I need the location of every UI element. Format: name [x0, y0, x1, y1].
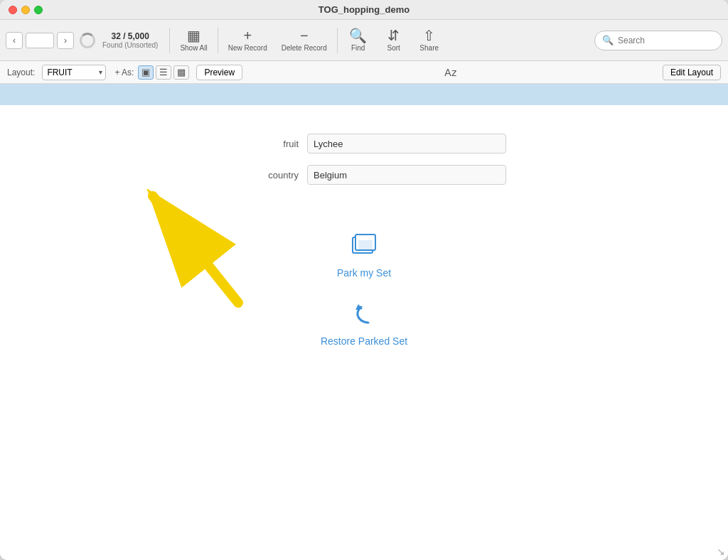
sort-icon: ⇵	[387, 28, 400, 43]
country-input[interactable]	[307, 165, 506, 185]
records-count: 32 / 5,000	[111, 31, 149, 41]
show-all-icon: ▦	[187, 28, 200, 43]
fruit-field-row: fruit	[222, 134, 506, 154]
park-set-icon	[348, 232, 380, 263]
toolbar: ‹ 1 › 32 / 5,000 Found (Unsorted) ▦ Show…	[0, 20, 728, 61]
country-field-row: country	[222, 165, 506, 185]
traffic-lights	[9, 6, 43, 14]
show-all-label: Show All	[180, 44, 207, 52]
delete-record-button[interactable]: − Delete Record	[274, 26, 334, 55]
find-button[interactable]: 🔍 Find	[341, 26, 376, 55]
view-as-label: + As:	[114, 68, 134, 77]
toolbar-divider-2	[218, 28, 218, 53]
park-set-label: Park my Set	[337, 267, 391, 279]
new-record-icon: +	[243, 28, 252, 43]
search-box[interactable]: 🔍	[594, 31, 722, 50]
layout-select-wrapper: FRUIT	[42, 65, 106, 80]
svg-rect-2	[358, 240, 373, 250]
layout-select[interactable]: FRUIT	[42, 65, 106, 80]
share-button[interactable]: ⇧ Share	[412, 26, 447, 55]
title-bar: TOG_hopping_demo	[0, 0, 728, 20]
new-record-label: New Record	[228, 44, 267, 52]
fruit-input[interactable]	[307, 134, 506, 154]
nav-section: ‹ 1 ›	[6, 32, 74, 49]
minimize-button[interactable]	[21, 6, 30, 14]
records-info: 32 / 5,000 Found (Unsorted)	[102, 31, 158, 49]
layout-label: Layout:	[7, 68, 35, 77]
search-input[interactable]	[618, 36, 714, 45]
records-found: Found (Unsorted)	[102, 41, 158, 49]
layout-bar: Layout: FRUIT + As: ▣ ☰ ▩ Preview Aᴢ Edi…	[0, 61, 728, 84]
resize-handle[interactable]: ↘	[717, 546, 725, 557]
view-table-button[interactable]: ▩	[173, 65, 189, 80]
restore-set-button[interactable]: Restore Parked Set	[321, 300, 407, 347]
find-icon: 🔍	[349, 28, 367, 43]
search-icon: 🔍	[602, 35, 614, 45]
sort-button[interactable]: ⇵ Sort	[376, 26, 412, 55]
content-area: fruit country Park my Set	[0, 84, 728, 560]
buttons-area: Park my Set Restore Parked Set	[0, 232, 728, 347]
delete-record-icon: −	[300, 28, 309, 43]
maximize-button[interactable]	[34, 6, 43, 14]
restore-set-label: Restore Parked Set	[321, 335, 407, 347]
share-label: Share	[419, 44, 439, 52]
fruit-label: fruit	[222, 139, 307, 149]
sort-label: Sort	[387, 44, 400, 52]
nav-next-button[interactable]: ›	[57, 32, 74, 49]
window-title: TOG_hopping_demo	[318, 4, 410, 15]
font-size-icon: Aᴢ	[444, 67, 456, 78]
preview-button[interactable]: Preview	[196, 65, 242, 80]
new-record-button[interactable]: + New Record	[221, 26, 274, 55]
record-form: fruit country	[0, 105, 728, 210]
header-bar	[0, 84, 728, 105]
toolbar-divider-1	[169, 28, 170, 53]
view-form-button[interactable]: ▣	[138, 65, 154, 80]
edit-layout-button[interactable]: Edit Layout	[663, 65, 721, 80]
loading-spinner	[80, 33, 95, 48]
share-icon: ⇧	[423, 28, 435, 43]
nav-prev-button[interactable]: ‹	[6, 32, 23, 49]
show-all-button[interactable]: ▦ Show All	[173, 26, 214, 55]
country-label: country	[222, 170, 307, 181]
restore-set-icon	[348, 300, 380, 331]
delete-record-label: Delete Record	[282, 44, 327, 52]
park-set-button[interactable]: Park my Set	[337, 232, 391, 279]
record-number-input[interactable]: 1	[26, 33, 54, 48]
find-label: Find	[351, 44, 365, 52]
view-list-button[interactable]: ☰	[156, 65, 171, 80]
close-button[interactable]	[9, 6, 17, 14]
view-mode-buttons: ▣ ☰ ▩	[138, 65, 189, 80]
toolbar-divider-3	[337, 28, 338, 53]
